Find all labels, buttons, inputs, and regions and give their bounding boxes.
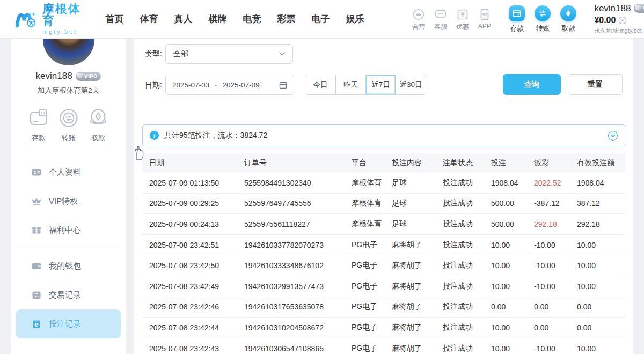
range-button-近7日[interactable]: 近7日 [365,75,396,94]
cell-bet: 10.00 [484,344,527,353]
cell-bet: 500.00 [484,199,527,208]
site-logo[interactable]: 摩根体育 mgty.bet [15,3,83,35]
cell-payout: 0.00 [527,323,570,332]
sidebar-quick-transfer[interactable]: 转账 [57,106,80,143]
withdraw-outline-icon [86,106,110,130]
cell-content: 足球 [385,178,436,188]
sidebar-item-crown[interactable]: VIP特权 [16,187,121,216]
cell-status: 投注成功 [436,178,484,188]
transfer-outline-icon [57,106,80,130]
nav-item-3[interactable]: 真人 [166,0,200,39]
chevron-down-icon [279,52,285,56]
date-range-input[interactable]: 2025-07-03 - 2025-07-09 [165,75,294,95]
nav-item-1[interactable]: 首页 [97,0,131,39]
summary-bar: i 共计95笔投注，流水：3824.72 [142,124,625,146]
quick-link-label: APP [478,23,491,30]
range-button-今日[interactable]: 今日 [305,75,335,94]
nav-item-5[interactable]: 电竞 [235,0,269,39]
balance-amount: ¥0.00 [594,16,616,25]
info-icon: i [150,131,159,140]
nav-item-6[interactable]: 彩票 [269,0,303,39]
cell-date: 2025-07-09 00:24:13 [142,220,237,228]
cell-bet: 10.00 [484,323,527,332]
reset-button[interactable]: 重置 [568,74,623,95]
cell-valid: 1908.04 [570,179,625,187]
cell-order: 1942610333348676102 [237,261,345,270]
cell-content: 足球 [385,198,436,208]
sidebar-item-welfare[interactable]: 福利中心 [16,216,121,245]
table-row: 2025-07-08 23:42:511942610337782070273PG… [142,235,625,256]
quick-link-customer-service[interactable]: 客服 [429,7,451,32]
cell-date: 2025-07-08 23:42:46 [142,303,237,311]
cell-bet: 500.00 [484,220,527,228]
table-row: 2025-07-08 23:42:501942610333348676102PG… [142,255,625,276]
wallet-action-label: 转账 [536,24,550,33]
wallet-action-deposit[interactable]: 存款 [504,5,530,33]
cell-order: 5255976497745556 [237,199,345,208]
sidebar-item-label: 我的钱包 [49,261,81,271]
table-row: 2025-07-08 23:42:461942610317653635078PG… [142,297,625,318]
range-button-近30日[interactable]: 近30日 [396,75,426,94]
bet-records-table: 日期订单号平台投注内容注单状态投注派彩有效投注额 2025-07-09 01:1… [142,153,625,354]
sidebar-quick-deposit[interactable]: 存款 [27,106,50,143]
sidebar-quick-label: 转账 [62,133,76,143]
wallet-action-withdraw[interactable]: 取款 [555,5,581,33]
cell-payout: -10.00 [527,344,570,353]
nav-item-8[interactable]: 娱乐 [338,0,372,39]
cell-content: 麻将胡了 [385,344,436,353]
table-row: 2025-07-09 01:13:505255984491302340摩根体育足… [142,173,625,194]
quick-link-label: 客服 [434,23,447,32]
cell-status: 投注成功 [436,344,484,353]
menu-divider [20,248,116,248]
cell-content: 麻将胡了 [385,323,436,333]
cell-order: 1942610329913577473 [237,282,345,291]
quick-link-label: 合营 [412,23,425,32]
sidebar-item-bet-record[interactable]: 投注记录 [16,309,121,338]
date-start-value: 2025-07-03 [172,81,209,89]
cell-bet: 0.00 [484,303,527,311]
cell-platform: PG电子 [345,302,385,312]
expand-summary-icon[interactable] [608,131,618,141]
query-button[interactable]: 查询 [503,74,561,95]
username: kevin188 [594,4,631,13]
nav-item-7[interactable]: 电子 [303,0,338,39]
type-select[interactable]: 全部 [165,44,293,64]
nav-item-4[interactable]: 棋牌 [200,0,235,39]
profile-icon [31,167,42,178]
table-row: 2025-07-08 23:42:491942610329913577473PG… [142,276,625,297]
sidebar-item-transaction[interactable]: 交易记录 [16,281,121,309]
refresh-balance-icon[interactable] [619,17,626,24]
quick-link-discount[interactable]: ¥优惠 [451,7,473,32]
quick-link-app[interactable]: APPAPP [473,7,495,32]
sidebar-quick-withdraw[interactable]: 取款 [86,106,110,143]
wallet-action-transfer[interactable]: 转账 [530,5,555,33]
sidebar-item-prize[interactable]: R兑奖记录 [16,345,121,354]
cell-order: 5255975561118227 [237,220,345,228]
cell-payout: 0.00 [527,303,570,311]
sidebar-item-profile[interactable]: 个人资料 [16,158,121,187]
logo-mark-icon [15,7,38,32]
sidebar: kevin188 VIP0 加入摩根体育第2天 存款转账取款 个人资料VIP特权… [11,39,126,354]
sidebar-item-label: VIP特权 [49,196,78,206]
table-header-row: 日期订单号平台投注内容注单状态投注派彩有效投注额 [142,153,625,173]
nav-item-2[interactable]: 体育 [131,0,166,39]
wallet-action-label: 存款 [510,24,524,33]
column-header: 派彩 [527,158,570,168]
type-select-value: 全部 [173,49,279,59]
cell-order: 1942610306547108865 [237,344,345,353]
cell-date: 2025-07-08 23:42:49 [142,282,237,291]
cell-platform: PG电子 [345,240,385,250]
cell-valid: 292.18 [570,220,625,228]
sidebar-item-label: 投注记录 [49,319,81,329]
joined-days-text: 加入摩根体育第2天 [11,86,126,95]
cell-date: 2025-07-08 23:42:50 [142,261,237,270]
handshake-icon [412,7,425,21]
cell-status: 投注成功 [436,302,484,312]
main-nav: 首页体育真人棋牌电竞彩票电子娱乐 [97,0,372,39]
type-filter-label: 类型: [145,49,162,59]
range-button-昨天[interactable]: 昨天 [335,75,365,94]
cell-payout: -10.00 [527,241,570,249]
quick-link-handshake[interactable]: 合营 [407,7,429,32]
cell-status: 投注成功 [436,198,484,208]
sidebar-item-wallet[interactable]: 我的钱包 [16,252,121,281]
